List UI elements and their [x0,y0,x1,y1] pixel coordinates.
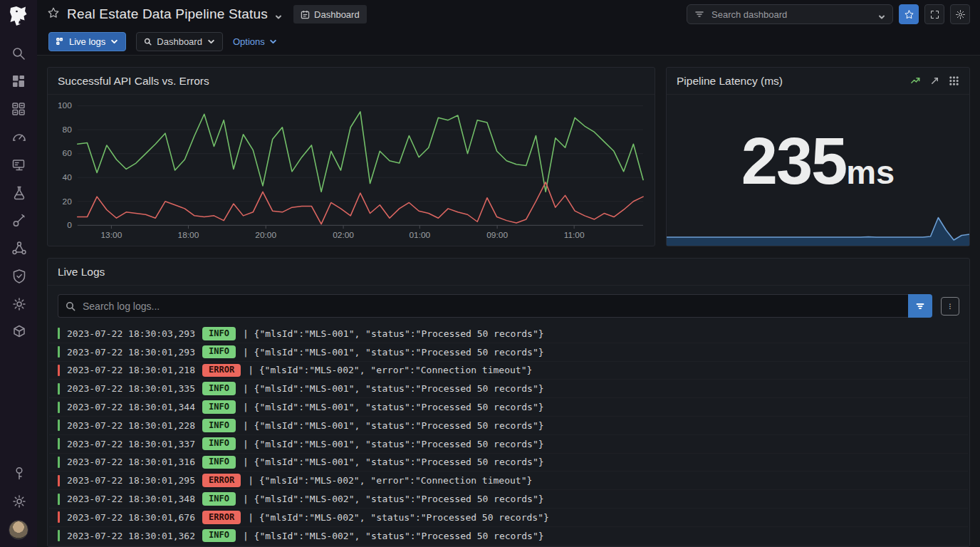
svg-text:13:00: 13:00 [100,231,122,240]
settings-button[interactable] [950,4,970,24]
latency-panel: Pipeline Latency (ms) 235ms [666,67,970,246]
calendar-icon [301,10,310,19]
dot-grid-icon[interactable] [949,75,959,86]
svg-text:01:00: 01:00 [409,231,430,240]
log-row[interactable]: 2023-07-22 18:30:01,218ERROR| {"mlsId":"… [49,362,968,380]
log-level-bar [58,511,60,523]
favorite-star-icon[interactable] [47,6,60,22]
log-message: | {"mlsId":"MLS-001", "status":"Processe… [243,347,544,358]
svg-text:09:00: 09:00 [486,231,508,240]
log-level-badge: INFO [202,345,236,359]
settings-gear-icon[interactable] [11,493,26,509]
log-timestamp: 2023-07-22 18:30:01,218 [67,365,195,375]
latency-value: 235ms [741,128,895,194]
fullscreen-icon [929,9,940,20]
log-timestamp: 2023-07-22 18:30:01,316 [67,457,195,467]
log-level-bar [58,494,60,505]
log-level-bar [58,402,60,413]
log-level-badge: ERROR [202,364,241,377]
log-level-badge: INFO [202,327,236,340]
log-message: | {"mlsId":"MLS-001", "status":"Processe… [243,457,544,467]
log-message: | {"mlsId":"MLS-002", "status":"Processe… [243,494,544,504]
log-level-bar [58,420,60,431]
apps-grid-icon[interactable] [11,101,26,117]
integrations-wrench-icon[interactable] [11,212,26,228]
log-level-bar [58,438,60,449]
infrastructure-icon[interactable] [11,157,26,172]
latency-panel-header[interactable]: Pipeline Latency (ms) [667,68,969,95]
log-row[interactable]: 2023-07-22 18:30:01,362INFO| {"mlsId":"M… [49,527,968,546]
latency-panel-body: 235ms [667,95,969,246]
log-timestamp: 2023-07-22 18:30:01,293 [67,347,195,358]
breadcrumb-dashboard-chip[interactable]: Dashboard [293,5,367,24]
search-chevron-down-icon[interactable] [878,11,885,18]
log-row[interactable]: 2023-07-22 18:30:01,335INFO| {"mlsId":"M… [49,380,968,398]
options-dropdown[interactable]: Options [233,36,277,47]
fullscreen-button[interactable] [924,4,944,24]
filter-lines-icon [694,9,704,19]
dashboards-icon[interactable] [11,73,26,89]
api-calls-panel-header[interactable]: Successful API Calls vs. Errors [48,68,655,95]
log-row[interactable]: 2023-07-22 18:30:01,348INFO| {"mlsId":"M… [49,490,968,509]
svg-text:20:00: 20:00 [255,231,276,240]
latency-panel-title: Pipeline Latency (ms) [677,75,783,88]
log-level-badge: INFO [202,419,236,432]
key-icon[interactable] [11,465,26,481]
trend-up-icon[interactable] [910,75,921,86]
log-message: | {"mlsId":"MLS-001", "status":"Processe… [243,328,544,339]
dashboard-search-box[interactable] [687,4,893,24]
log-level-bar [58,530,60,541]
svg-text:18:00: 18:00 [178,231,199,240]
log-row[interactable]: 2023-07-22 18:30:01,316INFO| {"mlsId":"M… [49,454,968,472]
datadog-logo-icon[interactable] [6,4,31,28]
chevron-down-icon [269,38,277,46]
labs-flask-icon[interactable] [11,184,26,200]
live-logs-button[interactable]: Live logs [48,32,126,51]
dashboard-view-button[interactable]: Dashboard [136,32,223,51]
log-search-box[interactable] [58,294,908,318]
dashboard-content: Successful API Calls vs. Errors 02040608… [37,56,980,547]
ci-box-icon[interactable] [11,323,26,339]
log-timestamp: 2023-07-22 18:30:03,293 [67,328,195,339]
title-chevron-down-icon[interactable] [275,11,282,18]
user-avatar[interactable] [9,520,28,540]
log-timestamp: 2023-07-22 18:30:01,228 [67,420,195,431]
favorite-button[interactable] [899,4,919,24]
star-icon [904,9,914,20]
page-title: Real Estate Data Pipeline Status [67,6,268,22]
options-label: Options [233,36,265,47]
svg-text:02:00: 02:00 [333,231,354,240]
logs-search-row: ⁝ [48,286,969,325]
log-timestamp: 2023-07-22 18:30:01,295 [67,475,195,486]
log-row[interactable]: 2023-07-22 18:30:01,676ERROR| {"mlsId":"… [49,509,968,527]
log-row[interactable]: 2023-07-22 18:30:01,228INFO| {"mlsId":"M… [49,417,968,435]
log-row[interactable]: 2023-07-22 18:30:01,293INFO| {"mlsId":"M… [49,343,968,362]
log-level-bar [58,328,60,339]
top-navbar: Real Estate Data Pipeline Status Dashboa… [37,0,980,28]
log-search-input[interactable] [81,300,901,313]
live-logs-panel-header[interactable]: Live Logs [48,259,969,286]
dashboard-search-input[interactable] [710,9,872,21]
log-row[interactable]: 2023-07-22 18:30:01,295ERROR| {"mlsId":"… [49,472,968,490]
log-row[interactable]: 2023-07-22 18:30:03,293INFO| {"mlsId":"M… [49,325,968,343]
security-shield-icon[interactable] [11,268,26,283]
chevron-down-icon [110,38,118,46]
log-filter-button[interactable] [908,294,932,318]
top-panels-row: Successful API Calls vs. Errors 02040608… [47,67,970,246]
synthetics-gear-icon[interactable] [11,296,26,311]
log-options-button[interactable]: ⁝ [941,297,959,316]
svg-text:20: 20 [63,197,73,206]
svg-text:60: 60 [63,149,73,158]
log-row[interactable]: 2023-07-22 18:30:01,344INFO| {"mlsId":"M… [49,398,968,417]
apm-network-icon[interactable] [11,240,26,256]
dashboard-view-label: Dashboard [157,36,202,47]
dashboard-toolbar: Live logs Dashboard Options [37,28,980,56]
latency-unit: ms [846,155,895,189]
api-calls-chart[interactable]: 02040608010013:0018:0020:0002:0001:0009:… [48,95,655,246]
log-message: | {"mlsId":"MLS-001", "status":"Processe… [243,402,544,412]
log-message: | {"mlsId":"MLS-001", "status":"Processe… [243,439,544,449]
expand-arrow-icon[interactable] [929,75,940,86]
log-row[interactable]: 2023-07-22 18:30:01,337INFO| {"mlsId":"M… [49,435,968,454]
metrics-gauge-icon[interactable] [11,129,26,145]
search-icon[interactable] [11,46,26,61]
